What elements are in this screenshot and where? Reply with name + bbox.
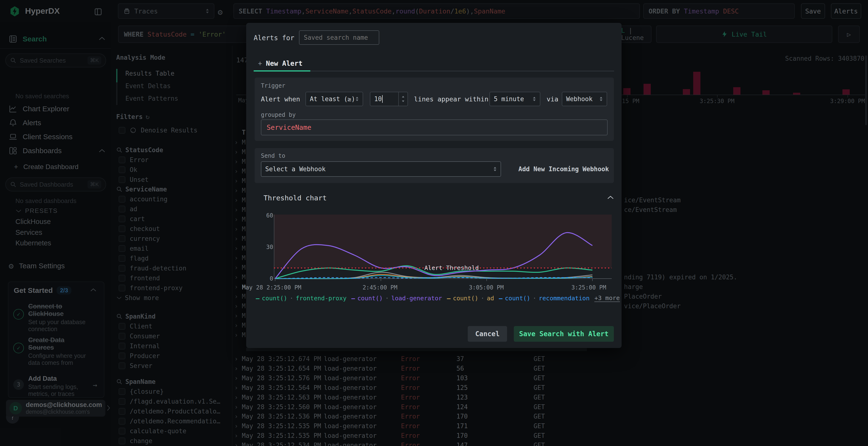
comparator-value: At least (≥) [310, 95, 355, 103]
legend-item[interactable]: —count()·load-generator [351, 295, 442, 302]
legend-item[interactable]: —count()·recommendation [499, 295, 590, 302]
legend-separator: · [385, 295, 389, 302]
alert-when-label: Alert when [261, 95, 300, 103]
legend-metric: count() [453, 295, 478, 302]
chevron-updown-icon [600, 97, 602, 101]
webhook-select[interactable]: Select a Webhook [261, 161, 501, 177]
chart-legend: —count()·frontend-proxy—count()·load-gen… [256, 295, 620, 302]
via-label: via [547, 95, 558, 103]
legend-swatch: — [256, 295, 259, 302]
plus-icon: + [258, 60, 262, 67]
alert-modal: Alerts for + New Alert Trigger Alert whe… [246, 23, 622, 348]
legend-swatch: — [499, 295, 502, 302]
saved-search-name-input[interactable] [299, 30, 379, 45]
send-to-panel: Send to Select a Webhook Add New Incomin… [255, 148, 614, 183]
channel-select[interactable]: Webhook [562, 92, 607, 106]
text-caret [382, 95, 383, 103]
grouped-by-label: grouped by [261, 111, 296, 118]
legend-swatch: — [447, 295, 451, 302]
chevron-updown-icon [356, 97, 359, 101]
legend-separator: · [289, 295, 293, 302]
chevron-updown-icon [533, 97, 536, 101]
legend-name: recommendation [539, 295, 590, 302]
tab-new-alert[interactable]: + New Alert [258, 60, 303, 67]
number-spinner[interactable] [398, 92, 407, 106]
chart-xtick-label: 3:25:00 PM [550, 284, 627, 291]
legend-swatch: — [351, 295, 355, 302]
trigger-panel: Trigger Alert when At least (≥) 10 lines… [255, 77, 614, 141]
threshold-chart-title: Threshold chart [264, 194, 327, 202]
grouped-by-input[interactable]: ServiceName [261, 119, 608, 135]
chart-xtick-label: 2:45:00 PM [341, 284, 418, 291]
chart-xtick-label: May 28 2:25:00 PM [233, 284, 310, 291]
window-value: 5 minute [494, 95, 524, 103]
ytick-60: 60 [256, 212, 273, 219]
lines-within-label: lines appear within [414, 95, 489, 103]
legend-name: load-generator [391, 295, 442, 302]
legend-metric: count() [505, 295, 530, 302]
threshold-value: 10 [370, 95, 383, 103]
tab-new-alert-label: New Alert [266, 60, 303, 67]
chevron-updown-icon [494, 167, 496, 171]
channel-value: Webhook [566, 95, 593, 103]
legend-name: ad [487, 295, 494, 302]
legend-name: frontend-proxy [296, 295, 346, 302]
modal-title: Alerts for [254, 34, 294, 42]
trigger-section-label: Trigger [261, 82, 285, 89]
ytick-0: 0 [256, 275, 273, 282]
window-select[interactable]: 5 minute [490, 92, 540, 106]
legend-separator: · [533, 295, 536, 302]
legend-metric: count() [262, 295, 287, 302]
legend-item[interactable]: —count()·ad [447, 295, 494, 302]
legend-metric: count() [357, 295, 383, 302]
webhook-select-value: Select a Webhook [265, 166, 326, 173]
grouped-by-value: ServiceName [267, 124, 311, 132]
tab-active-underline [254, 70, 310, 71]
cancel-button[interactable]: Cancel [468, 326, 507, 342]
ytick-30: 30 [256, 244, 273, 250]
threshold-number-input[interactable]: 10 [370, 92, 408, 106]
legend-item[interactable]: —count()·frontend-proxy [256, 295, 346, 302]
collapse-chart-chevron-icon[interactable] [607, 195, 614, 200]
threshold-chart [274, 214, 612, 281]
comparator-select[interactable]: At least (≥) [306, 92, 363, 106]
legend-separator: · [481, 295, 485, 302]
send-to-label: Send to [261, 152, 285, 159]
legend-more-button[interactable]: +3 more [594, 295, 620, 302]
alert-threshold-label: Alert Threshold [424, 265, 479, 271]
save-search-with-alert-button[interactable]: Save Search with Alert [514, 326, 614, 342]
add-webhook-button[interactable]: Add New Incoming Webhook [518, 166, 609, 173]
chart-xtick-label: 3:05:00 PM [448, 284, 525, 291]
